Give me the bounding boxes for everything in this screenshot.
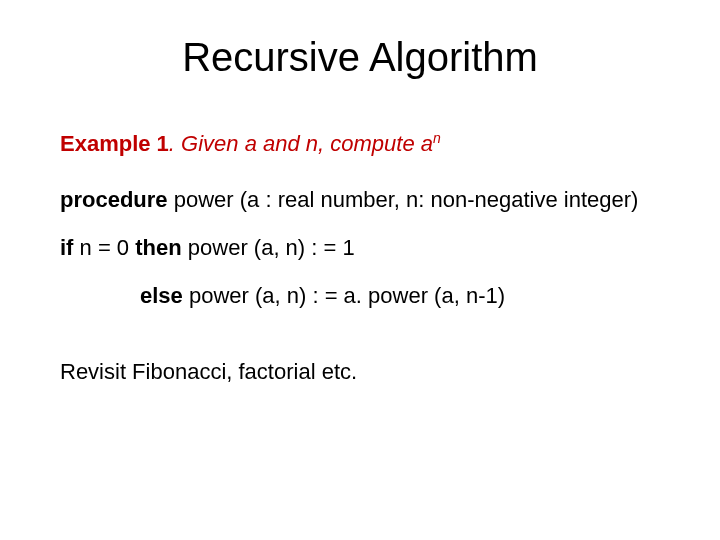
example-label: Example 1 — [60, 131, 169, 156]
example-line: Example 1. Given a and n, compute an — [60, 130, 660, 157]
example-superscript: n — [433, 130, 441, 146]
if-condition: n = 0 — [73, 235, 135, 260]
if-line: if n = 0 then power (a, n) : = 1 — [60, 235, 660, 261]
revisit-line: Revisit Fibonacci, factorial etc. — [60, 359, 660, 385]
if-rest: power (a, n) : = 1 — [182, 235, 355, 260]
procedure-line: procedure power (a : real number, n: non… — [60, 187, 660, 213]
slide-title: Recursive Algorithm — [60, 35, 660, 80]
else-keyword: else — [140, 283, 183, 308]
else-rest: power (a, n) : = a. power (a, n-1) — [183, 283, 505, 308]
procedure-keyword: procedure — [60, 187, 168, 212]
procedure-rest: power (a : real number, n: non-negative … — [168, 187, 639, 212]
if-keyword: if — [60, 235, 73, 260]
example-text: . Given a and n, compute a — [169, 131, 433, 156]
else-line: else power (a, n) : = a. power (a, n-1) — [140, 283, 660, 309]
then-keyword: then — [135, 235, 181, 260]
